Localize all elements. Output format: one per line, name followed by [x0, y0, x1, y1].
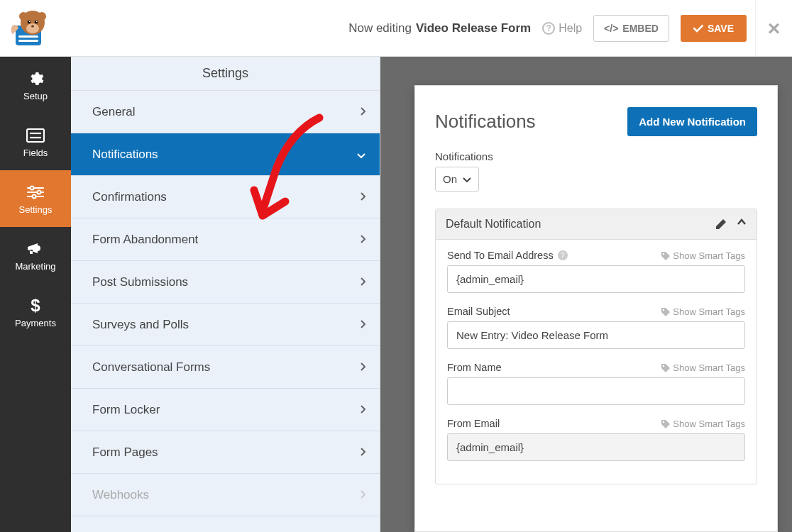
- svg-point-10: [19, 12, 28, 21]
- settings-item-form-locker[interactable]: Form Locker: [71, 389, 380, 431]
- wpforms-logo-icon: [6, 7, 53, 50]
- sidebar-item-marketing[interactable]: Marketing: [0, 227, 71, 284]
- settings-item-general[interactable]: General: [71, 91, 380, 133]
- smart-tag-label: Show Smart Tags: [673, 362, 745, 373]
- send-to-label: Send To Email Address ?: [447, 250, 568, 261]
- settings-item-label: Surveys and Polls: [92, 318, 189, 332]
- chevron-right-icon: [360, 445, 365, 460]
- pencil-icon[interactable]: [715, 218, 727, 230]
- settings-item-conversational-forms[interactable]: Conversational Forms: [71, 346, 380, 389]
- settings-item-webhooks[interactable]: Webhooks: [71, 474, 380, 516]
- close-button[interactable]: ×: [755, 0, 792, 56]
- svg-point-23: [663, 309, 664, 310]
- notifications-toggle-select[interactable]: On: [435, 167, 479, 192]
- settings-item-label: General: [92, 105, 135, 119]
- settings-item-label: Confirmations: [92, 190, 167, 204]
- smart-tag-label: Show Smart Tags: [673, 419, 745, 429]
- sidebar-item-label: Settings: [19, 204, 53, 215]
- help-icon[interactable]: ?: [558, 250, 568, 260]
- check-icon: [693, 24, 703, 33]
- add-new-notification-button[interactable]: Add New Notification: [627, 107, 757, 136]
- from-email-input[interactable]: [447, 433, 745, 461]
- bullhorn-icon: [26, 240, 45, 258]
- settings-item-notifications[interactable]: Notifications: [71, 133, 380, 176]
- editing-prefix: Now editing: [348, 21, 412, 35]
- svg-point-6: [35, 20, 38, 23]
- sidebar-item-payments[interactable]: $ Payments: [0, 284, 71, 340]
- settings-item-label: Conversational Forms: [92, 360, 210, 375]
- email-subject-input[interactable]: [447, 321, 745, 349]
- settings-item-label: Form Locker: [92, 403, 160, 417]
- svg-point-16: [31, 186, 34, 189]
- embed-button[interactable]: </> EMBED: [593, 15, 669, 42]
- settings-item-label: Form Pages: [92, 445, 158, 460]
- svg-point-4: [26, 23, 39, 33]
- svg-point-18: [38, 190, 41, 194]
- svg-point-22: [663, 253, 664, 254]
- show-smart-tags-link[interactable]: Show Smart Tags: [661, 362, 745, 373]
- settings-item-label: Webhooks: [92, 488, 149, 502]
- svg-rect-1: [18, 35, 38, 38]
- show-smart-tags-link[interactable]: Show Smart Tags: [661, 250, 745, 261]
- page-title: Notifications: [435, 111, 536, 133]
- svg-text:$: $: [31, 297, 40, 315]
- svg-rect-12: [27, 129, 44, 142]
- send-to-input[interactable]: [447, 265, 745, 293]
- settings-item-post-submissions[interactable]: Post Submissions: [71, 261, 380, 304]
- settings-sidebar: Settings General Notifications Confirmat…: [71, 57, 380, 532]
- svg-point-7: [29, 21, 31, 22]
- sidebar-item-label: Payments: [15, 318, 56, 328]
- embed-icon: </>: [604, 23, 618, 34]
- show-smart-tags-link[interactable]: Show Smart Tags: [661, 306, 745, 317]
- sidebar-item-label: Setup: [23, 91, 48, 101]
- chevron-right-icon: [360, 403, 365, 417]
- sidebar-item-settings[interactable]: Settings: [0, 170, 71, 227]
- from-name-label: From Name: [447, 362, 502, 373]
- help-icon: ?: [542, 22, 555, 35]
- chevron-right-icon: [360, 360, 365, 375]
- chevron-down-icon: [463, 177, 471, 182]
- settings-item-label: Form Abandonment: [92, 233, 198, 247]
- show-smart-tags-link[interactable]: Show Smart Tags: [661, 419, 745, 429]
- settings-header: Settings: [71, 57, 380, 91]
- svg-rect-2: [18, 40, 38, 42]
- svg-point-9: [31, 25, 34, 27]
- chevron-down-icon: [357, 148, 365, 162]
- smart-tag-label: Show Smart Tags: [673, 306, 745, 317]
- embed-label: EMBED: [622, 23, 659, 34]
- tag-icon: [661, 363, 670, 372]
- svg-point-8: [36, 21, 38, 22]
- sidebar-item-label: Fields: [23, 148, 48, 158]
- sidebar-item-fields[interactable]: Fields: [0, 113, 71, 170]
- notification-header: Default Notification: [436, 209, 757, 240]
- settings-item-form-pages[interactable]: Form Pages: [71, 431, 380, 474]
- settings-item-form-abandonment[interactable]: Form Abandonment: [71, 218, 380, 261]
- svg-point-20: [33, 194, 36, 198]
- chevron-right-icon: [360, 233, 365, 247]
- settings-item-label: Post Submissions: [92, 275, 188, 289]
- settings-item-surveys-polls[interactable]: Surveys and Polls: [71, 304, 380, 346]
- from-name-input[interactable]: [447, 377, 745, 405]
- save-button[interactable]: SAVE: [681, 15, 747, 42]
- sidebar: Setup Fields Settings: [0, 57, 71, 532]
- chevron-right-icon: [360, 190, 365, 204]
- tag-icon: [661, 419, 670, 428]
- notifications-toggle-label: Notifications: [435, 150, 757, 162]
- svg-point-24: [663, 365, 664, 366]
- close-icon: ×: [768, 16, 781, 40]
- dollar-icon: $: [26, 297, 45, 315]
- chevron-right-icon: [360, 105, 365, 119]
- chevron-up-icon[interactable]: [737, 218, 747, 230]
- sidebar-item-setup[interactable]: Setup: [0, 57, 71, 113]
- help-link[interactable]: ? Help: [542, 22, 582, 35]
- sliders-icon: [26, 183, 45, 201]
- settings-item-label: Notifications: [92, 148, 158, 162]
- chevron-right-icon: [360, 275, 365, 289]
- settings-item-confirmations[interactable]: Confirmations: [71, 176, 380, 218]
- sidebar-item-label: Marketing: [15, 261, 55, 272]
- from-email-label: From Email: [447, 418, 500, 429]
- form-name: Video Release Form: [416, 21, 531, 35]
- tag-icon: [661, 251, 670, 260]
- chevron-right-icon: [360, 318, 365, 332]
- tag-icon: [661, 307, 670, 316]
